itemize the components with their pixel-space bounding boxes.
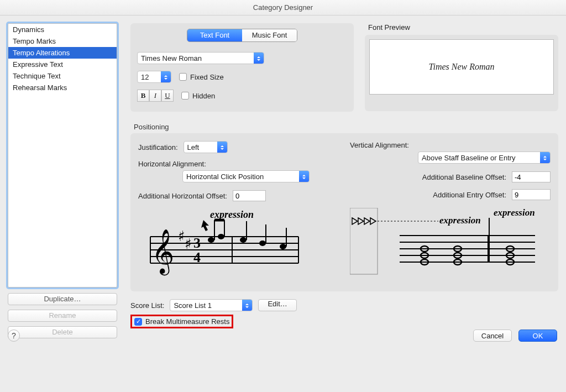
- rename-button: Rename: [8, 310, 117, 322]
- v-align-label: Vertical Alignment:: [350, 141, 551, 149]
- svg-point-17: [218, 234, 224, 239]
- fixed-size-label: Fixed Size: [190, 73, 224, 81]
- score-list-select[interactable]: Score List 1: [170, 299, 253, 311]
- highlight-break-rests: ✓ Break Multimeasure Rests: [130, 315, 233, 328]
- h-align-value: Horizontal Click Position: [186, 173, 264, 181]
- h-offset-label: Additional Horizontal Offset:: [138, 192, 227, 200]
- break-rests-label: Break Multimeasure Rests: [145, 317, 229, 326]
- entry-offset-label: Additional Entry Offset:: [433, 191, 506, 199]
- font-family-value: Times New Roman: [141, 54, 202, 62]
- cancel-button[interactable]: Cancel: [473, 330, 512, 342]
- left-staff-diagram: expression: [138, 209, 304, 284]
- svg-point-24: [280, 244, 286, 249]
- svg-text:expression: expression: [439, 215, 481, 226]
- entry-offset-input[interactable]: [512, 189, 551, 200]
- category-list[interactable]: Dynamics Tempo Marks Tempo Alterations E…: [8, 23, 117, 288]
- hidden-label: Hidden: [192, 92, 215, 100]
- font-family-select[interactable]: Times New Roman: [137, 52, 264, 64]
- font-preview-header: Font Preview: [368, 23, 558, 32]
- baseline-offset-label: Additional Baseline Offset:: [422, 173, 506, 181]
- italic-button[interactable]: I: [149, 90, 161, 102]
- svg-rect-26: [350, 208, 378, 274]
- svg-marker-30: [370, 218, 376, 224]
- checkmark-icon: ✓: [134, 318, 142, 326]
- tab-music-font[interactable]: Music Font: [242, 29, 297, 41]
- fixed-size-checkbox[interactable]: Fixed Size: [179, 73, 224, 81]
- score-list-label: Score List:: [130, 301, 164, 310]
- positioning-header: Positioning: [134, 123, 558, 131]
- category-item-dynamics[interactable]: Dynamics: [8, 24, 117, 35]
- justification-label: Justification:: [138, 143, 178, 151]
- chevron-updown-icon: [540, 152, 550, 163]
- svg-text:♯: ♯: [185, 236, 192, 252]
- h-align-select[interactable]: Horizontal Click Position: [182, 170, 310, 182]
- svg-text:expression: expression: [494, 208, 535, 218]
- category-item-expressive-text[interactable]: Expressive Text: [8, 59, 117, 70]
- v-align-value: Above Staff Baseline or Entry: [422, 154, 516, 162]
- svg-marker-1: [201, 220, 209, 231]
- right-staff-diagram: expression expression: [350, 208, 538, 280]
- v-align-select[interactable]: Above Staff Baseline or Entry: [418, 151, 551, 164]
- edit-score-list-button[interactable]: Edit…: [258, 299, 296, 311]
- ok-button[interactable]: OK: [518, 330, 557, 342]
- svg-text:expression: expression: [210, 209, 254, 220]
- svg-text:3: 3: [193, 235, 201, 251]
- svg-point-20: [240, 237, 247, 243]
- underline-button[interactable]: U: [161, 90, 174, 102]
- score-list-value: Score List 1: [174, 301, 212, 310]
- svg-marker-29: [364, 218, 370, 224]
- chevron-updown-icon: [242, 300, 252, 311]
- category-item-tempo-marks[interactable]: Tempo Marks: [8, 35, 117, 47]
- hidden-checkbox[interactable]: Hidden: [181, 92, 215, 100]
- tab-text-font[interactable]: Text Font: [187, 29, 242, 41]
- baseline-offset-input[interactable]: [512, 171, 551, 182]
- duplicate-button[interactable]: Duplicate…: [8, 293, 117, 305]
- chevron-updown-icon: [299, 171, 309, 182]
- chevron-updown-icon: [254, 53, 264, 64]
- font-preview-box: Times New Roman: [369, 39, 554, 95]
- svg-text:𝄞: 𝄞: [151, 229, 174, 276]
- help-button[interactable]: ?: [8, 330, 20, 342]
- delete-button: Delete: [8, 326, 117, 338]
- h-align-label: Horizontal Alignment:: [138, 160, 339, 168]
- justification-select[interactable]: Left: [184, 141, 228, 153]
- bold-button[interactable]: B: [137, 90, 149, 102]
- chevron-updown-icon: [161, 71, 171, 82]
- chevron-updown-icon: [217, 142, 227, 153]
- font-preview-sample: Times New Roman: [428, 62, 494, 72]
- category-item-tempo-alterations[interactable]: Tempo Alterations: [8, 47, 117, 59]
- font-tab-segmented[interactable]: Text Font Music Font: [187, 29, 297, 42]
- window-title: Category Designer: [0, 0, 566, 15]
- svg-point-15: [208, 237, 214, 243]
- justification-value: Left: [187, 143, 200, 151]
- font-size-select[interactable]: 12: [137, 71, 171, 83]
- svg-marker-28: [358, 218, 364, 224]
- svg-marker-27: [352, 218, 358, 224]
- svg-point-22: [259, 241, 266, 246]
- font-size-value: 12: [141, 73, 149, 81]
- category-item-technique-text[interactable]: Technique Text: [8, 70, 117, 82]
- h-offset-input[interactable]: [233, 190, 266, 201]
- svg-text:4: 4: [193, 249, 201, 265]
- break-multimeasure-rests-checkbox[interactable]: ✓ Break Multimeasure Rests: [134, 317, 229, 326]
- category-item-rehearsal-marks[interactable]: Rehearsal Marks: [8, 82, 117, 93]
